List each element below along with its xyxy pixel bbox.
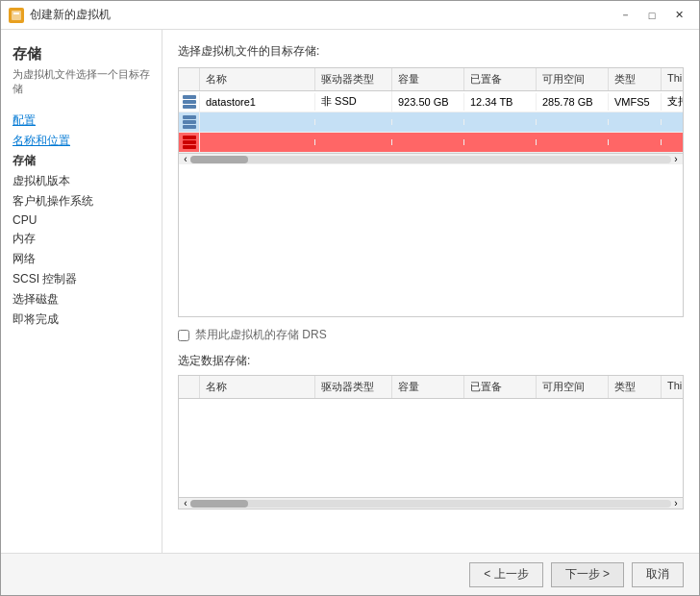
row-capacity — [392, 139, 464, 145]
db-icon — [183, 115, 196, 129]
table-row[interactable] — [179, 133, 683, 153]
table-body: datastore1 非 SSD 923.50 GB 12.34 TB 285.… — [179, 91, 683, 153]
row-capacity — [392, 119, 464, 125]
content-area: 存储 为虚拟机文件选择一个目标存储 配置 名称和位置 存储 虚拟机版本 客户机操… — [1, 30, 699, 553]
bottom-bar: < 上一步 下一步 > 取消 — [1, 553, 699, 595]
row-thin — [662, 139, 683, 145]
back-button[interactable]: < 上一步 — [469, 562, 542, 587]
scroll-left-btn[interactable]: ‹ — [181, 154, 190, 164]
row-provisioned: 12.34 TB — [464, 93, 537, 111]
disable-drs-checkbox[interactable] — [178, 330, 189, 341]
disable-drs-checkbox-area: 禁用此虚拟机的存储 DRS — [178, 327, 684, 343]
sidebar-item-guest-os[interactable]: 客户机操作系统 — [12, 191, 150, 211]
th2-thin: Thin Provi... — [662, 376, 684, 398]
title-bar: 创建新的虚拟机 － □ ✕ — [1, 1, 699, 30]
scroll2-right-btn[interactable]: › — [671, 498, 681, 509]
th2-free: 可用空间 — [537, 376, 609, 398]
row-provisioned — [464, 119, 537, 125]
sidebar-header: 存储 — [12, 45, 150, 63]
scroll2-track — [190, 500, 671, 508]
th2-icon-spacer — [179, 376, 200, 398]
next-button[interactable]: 下一步 > — [551, 562, 624, 587]
row-driver — [315, 139, 392, 145]
db-icon — [183, 136, 196, 149]
sidebar-subtext: 为虚拟机文件选择一个目标存储 — [12, 67, 150, 97]
th-name: 名称 — [200, 68, 315, 90]
sidebar-item-cpu[interactable]: CPU — [12, 211, 150, 229]
row-name — [200, 139, 315, 145]
row-thin: 支持 — [662, 91, 683, 112]
row-driver: 非 SSD — [315, 91, 392, 112]
th-capacity: 容量 — [392, 68, 464, 90]
cancel-button[interactable]: 取消 — [632, 562, 684, 587]
row-free — [537, 119, 609, 125]
scroll2-thumb[interactable] — [190, 500, 248, 508]
scroll-right-btn[interactable]: › — [671, 154, 681, 164]
main-window: 创建新的虚拟机 － □ ✕ 存储 为虚拟机文件选择一个目标存储 配置 名称和位置… — [0, 0, 700, 596]
disable-drs-label: 禁用此虚拟机的存储 DRS — [195, 327, 327, 343]
window-controls: － □ ✕ — [612, 6, 691, 25]
row-name — [200, 119, 315, 125]
sidebar-item-scsi[interactable]: SCSI 控制器 — [12, 269, 150, 289]
row-driver — [315, 119, 392, 125]
svg-rect-0 — [12, 11, 21, 20]
row-provisioned — [464, 139, 537, 145]
row-type — [609, 119, 662, 125]
table2-header: 名称 驱动器类型 容量 已置备 可用空间 类型 Thin Provi... — [179, 376, 683, 399]
minimize-button[interactable]: － — [612, 6, 638, 25]
close-button[interactable]: ✕ — [666, 6, 691, 25]
row-thin — [662, 119, 683, 125]
selected-datastore-table: 名称 驱动器类型 容量 已置备 可用空间 类型 Thin Provi... ‹ — [178, 375, 684, 509]
horizontal-scrollbar[interactable]: ‹ › — [179, 153, 683, 164]
sidebar: 存储 为虚拟机文件选择一个目标存储 配置 名称和位置 存储 虚拟机版本 客户机操… — [1, 30, 162, 553]
db-icon — [183, 95, 196, 109]
th-driver: 驱动器类型 — [315, 68, 392, 90]
th-free: 可用空间 — [537, 68, 609, 90]
scroll-thumb[interactable] — [190, 156, 248, 163]
th2-driver: 驱动器类型 — [315, 376, 392, 398]
sidebar-item-storage[interactable]: 存储 — [12, 151, 150, 171]
th2-type: 类型 — [609, 376, 662, 398]
table-row[interactable] — [179, 112, 683, 133]
row-icon — [179, 133, 200, 152]
sidebar-item-vm-version[interactable]: 虚拟机版本 — [12, 171, 150, 191]
sidebar-item-select-disk[interactable]: 选择磁盘 — [12, 289, 150, 310]
scroll2-left-btn[interactable]: ‹ — [181, 498, 190, 509]
restore-button[interactable]: □ — [639, 6, 664, 25]
sidebar-item-network[interactable]: 网络 — [12, 249, 150, 269]
th-provisioned: 已置备 — [464, 68, 537, 90]
th-thin: Thin Pro... — [662, 68, 684, 90]
second-table-title: 选定数据存储: — [178, 353, 684, 369]
row-free — [537, 139, 609, 145]
svg-rect-1 — [13, 12, 19, 14]
sidebar-item-memory[interactable]: 内存 — [12, 229, 150, 249]
th2-name: 名称 — [200, 376, 315, 398]
sidebar-item-name-location[interactable]: 名称和位置 — [12, 131, 150, 151]
row-type: VMFS5 — [609, 93, 662, 111]
row-free: 285.78 GB — [537, 93, 609, 111]
th-icon-spacer — [179, 68, 200, 90]
table2-body — [179, 399, 683, 497]
row-type — [609, 139, 662, 145]
table-header: 名称 驱动器类型 容量 已置备 可用空间 类型 Thin Pro... — [179, 68, 683, 91]
main-panel: 选择虚拟机文件的目标存储: 名称 驱动器类型 容量 已置备 可用空间 类型 Th… — [162, 30, 699, 553]
horizontal-scrollbar-2[interactable]: ‹ › — [179, 497, 683, 509]
storage-table: 名称 驱动器类型 容量 已置备 可用空间 类型 Thin Pro... — [178, 67, 684, 317]
row-capacity: 923.50 GB — [392, 93, 464, 111]
window-icon — [9, 8, 24, 23]
row-icon — [179, 112, 200, 132]
sidebar-item-config[interactable]: 配置 — [12, 111, 150, 131]
th2-provisioned: 已置备 — [464, 376, 537, 398]
window-title: 创建新的虚拟机 — [30, 7, 612, 23]
row-icon — [179, 92, 200, 112]
th2-capacity: 容量 — [392, 376, 464, 398]
row-name: datastore1 — [200, 93, 315, 111]
table-row[interactable]: datastore1 非 SSD 923.50 GB 12.34 TB 285.… — [179, 91, 683, 112]
th-type: 类型 — [609, 68, 662, 90]
scroll-track — [190, 156, 671, 163]
sidebar-item-complete[interactable]: 即将完成 — [12, 310, 150, 330]
main-panel-title: 选择虚拟机文件的目标存储: — [178, 43, 684, 60]
